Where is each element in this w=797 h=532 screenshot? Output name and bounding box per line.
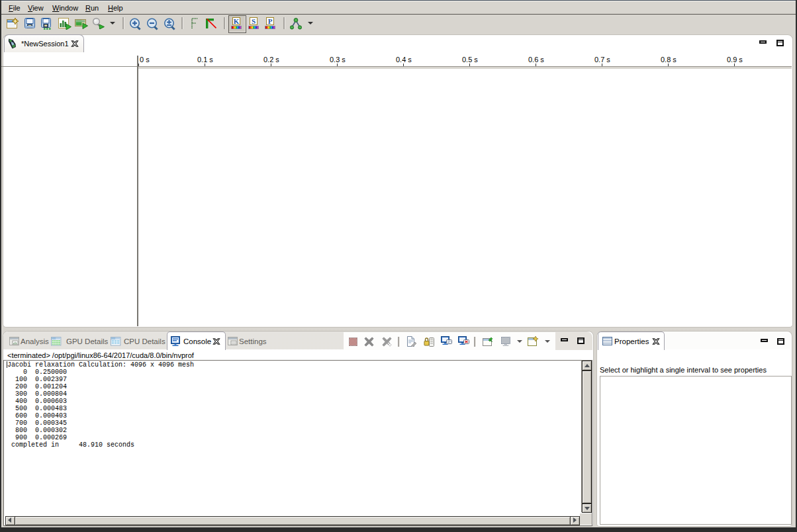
svg-text:S: S bbox=[252, 17, 256, 25]
svg-text:P: P bbox=[268, 17, 273, 25]
svg-text:K: K bbox=[234, 17, 240, 25]
